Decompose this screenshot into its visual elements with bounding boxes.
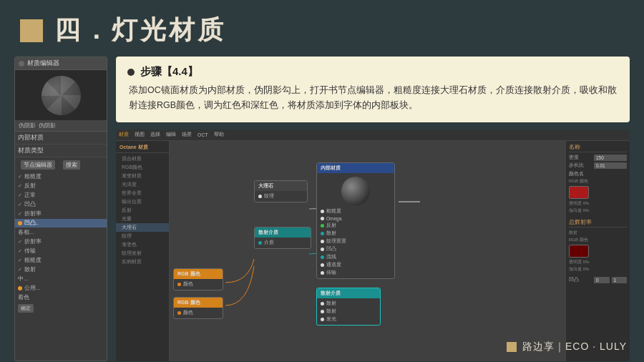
mat-prop-label: 传输	[24, 248, 36, 255]
toolbar-item-oct[interactable]: OCT	[197, 132, 208, 137]
node-editor-button[interactable]: 节点编辑器	[21, 160, 55, 170]
node-rgb2[interactable]: RGB 颜色 颜色	[173, 297, 223, 319]
sidebar-item-mix[interactable]: 混合材质	[116, 155, 169, 163]
scatter-output-body: 散射 散射 发光	[317, 298, 380, 325]
prop-header-emission: 总辉射率	[569, 218, 627, 228]
step-label: 步骤	[140, 65, 162, 77]
mat-prop-label: 正常	[24, 192, 36, 199]
node-editor-area: 材质 视图 选择 编辑 场景 OCT 帮助 Octane 材质 混合材质 RGB…	[116, 129, 630, 362]
sidebar-item-reflect[interactable]: 反射	[116, 206, 169, 215]
material-properties-list: ✓ 粗糙度 ✓ 反射 ✓ 正常 ✓ 凹凸 ✓ 折射率 凹凸..	[15, 172, 107, 303]
mat-prop-label: 中...	[18, 275, 28, 283]
node-rgb2-header: RGB 颜色	[174, 298, 223, 308]
toolbar-item-edit[interactable]: 编辑	[166, 131, 176, 138]
node-scatter-body: 介质	[255, 238, 311, 248]
mat-prop-anisotropy[interactable]: 各相...	[15, 228, 107, 238]
node-editor-bottom: Octane 材质 混合材质 RGB颜色 渐变材质 光泽度 世界全景 输出位置 …	[116, 141, 630, 362]
mat-type-section: 材质类型	[15, 145, 107, 157]
mat-prop-scatter[interactable]: ✓ 散射	[15, 265, 107, 275]
sidebar-item-light-amount[interactable]: 光量	[116, 215, 169, 223]
color-swatch-dark-red[interactable]	[569, 245, 589, 258]
node-editor-sidebar: Octane 材质 混合材质 RGB颜色 渐变材质 光泽度 世界全景 输出位置 …	[116, 141, 170, 362]
material-sphere	[42, 76, 81, 115]
port-out-reflect: 散射	[321, 308, 376, 315]
sidebar-item-texture[interactable]: 纹理	[116, 232, 169, 240]
node-editor-toolbar: 材质 视图 选择 编辑 场景 OCT 帮助	[116, 129, 630, 141]
sidebar-item-gradient[interactable]: 渐变材质	[116, 172, 169, 180]
mat-prop-label: 粗糙度	[24, 173, 42, 180]
rgb-label: 颜色名	[569, 171, 627, 177]
page-title: 四．灯光材质	[54, 13, 226, 48]
port-omega: Omega	[321, 215, 391, 222]
rgb-section-label: RGB 颜色	[569, 178, 627, 185]
mat-prop-label: 凹凸..	[24, 220, 39, 227]
right-panel: 步骤【4.4】 添加OC镜面材质为内部材质，伪阴影勾上，打开书节点编辑器，粗糙度…	[116, 57, 630, 361]
mat-prop-ior2[interactable]: ✓ 折射率	[15, 238, 107, 247]
sidebar-item-gradient2[interactable]: 渐变色	[116, 240, 169, 249]
node-internal-material[interactable]: 内部材质 粗糙度 Omega	[316, 162, 395, 279]
mat-prop-bump[interactable]: ✓ 凹凸	[15, 200, 107, 210]
node-marble-body: 纹理	[255, 191, 307, 202]
node-scatter[interactable]: 散射介质 介质	[254, 227, 311, 249]
mat-prop-roughness[interactable]: ✓ 粗糙度	[15, 172, 107, 182]
brand-square	[507, 342, 517, 352]
mat-prop-ior[interactable]: ✓ 折射率	[15, 210, 107, 219]
mat-prop-reflection[interactable]: ✓ 反射	[15, 182, 107, 191]
toolbar-item-view[interactable]: 视图	[135, 131, 145, 138]
bump-val2[interactable]: 1	[612, 277, 628, 283]
mat-prop-medium[interactable]: 中...	[15, 275, 107, 284]
port-out-scatter: 散射	[321, 300, 376, 308]
mat-prop-normal[interactable]: ✓ 正常	[15, 191, 107, 200]
node-properties-panel: 名称 密度 150 步长比 0.01 颜色名 RGB 颜色	[565, 141, 630, 362]
search-button[interactable]: 搜索	[63, 160, 80, 170]
scatter-output-header: 散射介质	[317, 288, 380, 298]
preview-bar: 伪阴影 伪阴影	[15, 120, 107, 132]
step-title: 步骤【4.4】	[140, 65, 198, 79]
material-editor-title: 材质编辑器	[15, 57, 107, 70]
node-rgb2-body: 颜色	[174, 308, 223, 318]
mat-prop-roughness2[interactable]: ✓ 粗糙度	[15, 256, 107, 265]
fake-shadow-value: 伪阴影	[39, 122, 56, 129]
step-header: 步骤【4.4】	[127, 65, 618, 79]
toolbar-item-material[interactable]: 材质	[119, 131, 129, 138]
node-internal-header: 内部材质	[317, 163, 394, 173]
toolbar-item-help[interactable]: 帮助	[214, 131, 224, 138]
bump-val1[interactable]: 0	[594, 277, 610, 283]
mat-prop-transmission[interactable]: ✓ 传输	[15, 247, 107, 256]
mat-prop-label: 散射	[24, 266, 36, 273]
sidebar-item-texture-emit[interactable]: 纹理发射	[116, 249, 169, 258]
mat-type-label: 材质类型	[18, 146, 44, 155]
sidebar-item-marble[interactable]: 大理石	[116, 223, 169, 232]
node-rgb1[interactable]: RGB 颜色 颜色	[173, 268, 223, 290]
mat-prop-label: 折射率	[24, 210, 42, 217]
sidebar-item-output[interactable]: 输出位置	[116, 197, 169, 206]
port-color2: 颜色	[177, 309, 219, 317]
step-value[interactable]: 0.01	[594, 162, 627, 169]
toolbar-item-scene[interactable]: 场景	[182, 131, 192, 138]
step-description: 添加OC镜面材质为内部材质，伪阴影勾上，打开书节点编辑器，粗糙度连接大理石材质，…	[127, 83, 618, 114]
confirm-button[interactable]: 确定	[18, 304, 34, 313]
sidebar-header-octane: Octane 材质	[116, 143, 169, 153]
node-scatter-medium-output[interactable]: 散射介质 散射 散射	[316, 288, 381, 326]
mat-prop-bump2[interactable]: 凹凸..	[15, 219, 107, 228]
sidebar-item-glossy[interactable]: 光泽度	[116, 180, 169, 189]
step-label: 步长比	[569, 162, 592, 169]
mat-prop-label: 公用...	[24, 285, 40, 292]
sidebar-item-world[interactable]: 世界全景	[116, 189, 169, 197]
toolbar-item-select[interactable]: 选择	[150, 131, 160, 138]
prop-row-step: 步长比 0.01	[569, 162, 627, 169]
mat-label-row: 内部材质	[15, 132, 107, 145]
sidebar-item-instance[interactable]: 实例材质	[116, 258, 169, 266]
color-swatch-red[interactable]	[569, 186, 589, 199]
swatch2-options: 透明度 0%	[569, 259, 627, 265]
node-editor-wrapper: 材质 视图 选择 编辑 场景 OCT 帮助 Octane 材质 混合材质 RGB…	[116, 129, 630, 362]
node-marble[interactable]: 大理石 纹理	[254, 180, 308, 202]
sidebar-item-rgb[interactable]: RGB颜色	[116, 163, 169, 172]
mat-prop-common[interactable]: 公用...	[15, 284, 107, 293]
node-canvas: 大理石 纹理 散射介质	[170, 141, 565, 362]
port-out-transmission: 发光	[321, 315, 376, 323]
mat-prop-shade[interactable]: 着色	[15, 293, 107, 303]
density-value[interactable]: 150	[594, 155, 627, 161]
mat-prop-label: 折射率	[24, 238, 42, 245]
header-accent-square	[20, 19, 43, 42]
